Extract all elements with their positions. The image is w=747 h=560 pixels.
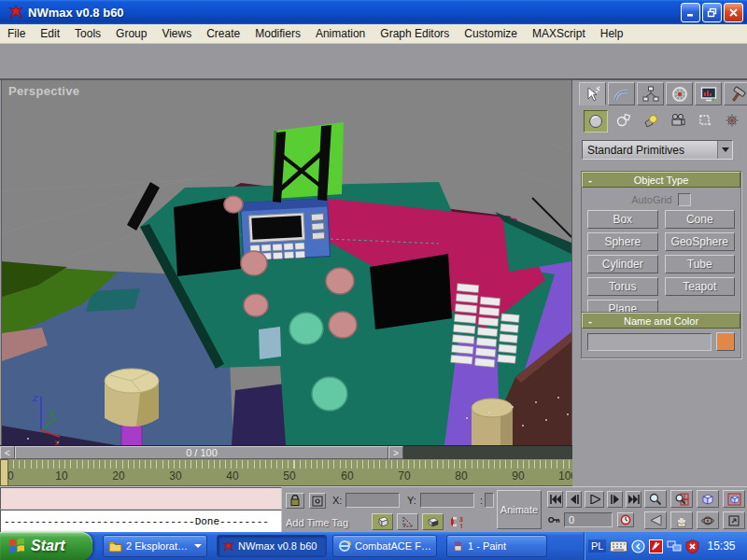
box-button[interactable]: Box <box>587 210 658 229</box>
messenger-tray-icon[interactable] <box>649 539 663 553</box>
tab-display[interactable] <box>695 82 722 105</box>
object-type-header[interactable]: - Object Type <box>582 172 740 188</box>
collapse-icon[interactable]: - <box>583 175 598 186</box>
close-button[interactable] <box>724 3 743 22</box>
time-configuration-button[interactable] <box>617 512 634 527</box>
menu-file[interactable]: File <box>0 25 33 42</box>
torus-button[interactable]: Torus <box>587 277 658 296</box>
selection-lock-button[interactable] <box>286 493 304 509</box>
start-button[interactable]: Start <box>0 532 92 560</box>
spinner-snap-button[interactable]: 3! <box>447 513 469 530</box>
category-shapes[interactable] <box>613 110 635 131</box>
group-expand-caret[interactable] <box>194 544 202 548</box>
angle-snap-button[interactable] <box>397 513 418 530</box>
sphere-button[interactable]: Sphere <box>587 232 658 251</box>
time-slider-handle[interactable]: 0 / 100 <box>15 446 388 459</box>
menu-tools[interactable]: Tools <box>67 25 108 42</box>
animate-button[interactable]: Animate <box>497 490 542 529</box>
taskbar-item-nwmax[interactable]: NWmax v0.8 b60 <box>217 535 327 557</box>
cone-button[interactable]: Cone <box>665 210 736 229</box>
tab-modify[interactable] <box>608 82 635 105</box>
object-category-dropdown[interactable]: Standard Primitives <box>582 140 733 160</box>
viewport-label[interactable]: Perspective <box>8 84 79 98</box>
x-coordinate-field[interactable] <box>345 493 400 508</box>
menu-edit[interactable]: Edit <box>33 25 67 42</box>
absolute-offset-toggle[interactable] <box>309 493 326 509</box>
object-color-swatch[interactable] <box>716 332 735 351</box>
cylinder-button[interactable]: Cylinder <box>587 255 658 273</box>
object-name-field[interactable] <box>587 333 712 351</box>
z-coordinate-field[interactable] <box>485 493 494 508</box>
menu-modifiers[interactable]: Modifiers <box>247 25 308 42</box>
menu-help[interactable]: Help <box>593 25 631 42</box>
category-lights[interactable] <box>640 110 662 131</box>
category-helpers[interactable] <box>694 110 716 131</box>
add-time-tag[interactable]: Add Time Tag <box>286 517 348 528</box>
zoom-button[interactable] <box>644 490 667 508</box>
min-max-toggle-button[interactable] <box>723 511 745 529</box>
tube-button[interactable]: Tube <box>665 255 736 273</box>
tab-create[interactable] <box>579 82 606 105</box>
teapot-button[interactable]: Teapot <box>665 277 736 296</box>
previous-frame-step-button[interactable] <box>566 491 582 508</box>
field-of-view-button[interactable] <box>644 511 667 529</box>
taskbar-item-explorer[interactable]: 2 Eksplorator... <box>103 535 207 557</box>
menu-maxscript[interactable]: MAXScript <box>525 25 593 42</box>
track-bar[interactable]: 0 10 20 30 40 50 60 70 80 90 100 <box>0 459 572 486</box>
macro-recorder-line[interactable] <box>0 487 282 510</box>
menu-customize[interactable]: Customize <box>457 25 525 42</box>
snap-toggle-button[interactable] <box>372 513 393 530</box>
pan-button[interactable] <box>670 511 693 529</box>
tick-label: 70 <box>398 469 410 483</box>
previous-frame-button[interactable]: < <box>0 446 15 459</box>
autogrid-checkbox[interactable] <box>678 193 691 206</box>
taskbar-item-paint[interactable]: 1 - Paint <box>446 535 547 557</box>
network-tray-icon[interactable] <box>667 540 682 553</box>
category-geometry[interactable] <box>584 110 608 133</box>
name-color-header[interactable]: - Name and Color <box>582 313 740 329</box>
hierarchy-icon <box>641 86 660 103</box>
menu-create[interactable]: Create <box>199 25 247 42</box>
tab-hierarchy[interactable] <box>637 82 664 105</box>
tab-motion[interactable] <box>666 82 693 105</box>
minimize-button[interactable] <box>681 3 700 22</box>
tab-utilities[interactable] <box>724 82 747 105</box>
clock[interactable]: 15:35 <box>707 539 735 553</box>
arc-rotate-button[interactable] <box>697 511 719 529</box>
taskbar-item-browser[interactable]: CombatACE Fo... <box>332 535 437 557</box>
keyboard-icon[interactable] <box>610 540 627 553</box>
category-systems[interactable] <box>721 110 743 131</box>
restore-button[interactable] <box>702 3 722 22</box>
next-frame-button[interactable]: > <box>388 446 403 459</box>
y-coordinate-field[interactable] <box>420 493 474 508</box>
geometry-sphere-icon <box>588 114 603 129</box>
cameras-icon <box>670 113 685 128</box>
perspective-viewport[interactable]: z y x Perspective <box>2 80 571 445</box>
geosphere-button[interactable]: GeoSphere <box>665 232 736 251</box>
next-frame-step-button[interactable] <box>607 491 623 508</box>
security-alert-icon[interactable] <box>685 539 699 553</box>
maxscript-listener-line[interactable]: -------------------------------Done-----… <box>0 510 282 533</box>
category-cameras[interactable] <box>667 110 689 131</box>
collapse-icon[interactable]: - <box>583 315 598 327</box>
percent-snap-button[interactable] <box>422 513 444 530</box>
menu-graph-editors[interactable]: Graph Editors <box>373 25 457 42</box>
go-to-end-button[interactable] <box>626 491 641 508</box>
play-animation-button[interactable] <box>585 491 604 508</box>
title-bar[interactable]: NWmax v0.8 b60 <box>0 0 747 24</box>
zoom-all-button[interactable] <box>670 490 693 508</box>
menu-animation[interactable]: Animation <box>308 25 373 42</box>
svg-text:!: ! <box>460 522 463 529</box>
track-bar-handle[interactable] <box>0 459 8 486</box>
set-key-button[interactable] <box>547 512 561 527</box>
menu-group[interactable]: Group <box>108 25 154 42</box>
zoom-extents-all-button[interactable] <box>723 490 745 508</box>
dropdown-arrow-icon[interactable] <box>717 141 732 159</box>
current-frame-field[interactable]: 0 <box>564 512 613 527</box>
go-to-start-button[interactable] <box>547 491 563 508</box>
zoom-extents-button[interactable] <box>697 490 719 508</box>
hide-icons-chevron[interactable] <box>631 539 645 553</box>
3d-scene[interactable]: z y x <box>2 80 571 445</box>
language-indicator[interactable]: PL <box>588 539 606 553</box>
menu-views[interactable]: Views <box>154 25 199 42</box>
